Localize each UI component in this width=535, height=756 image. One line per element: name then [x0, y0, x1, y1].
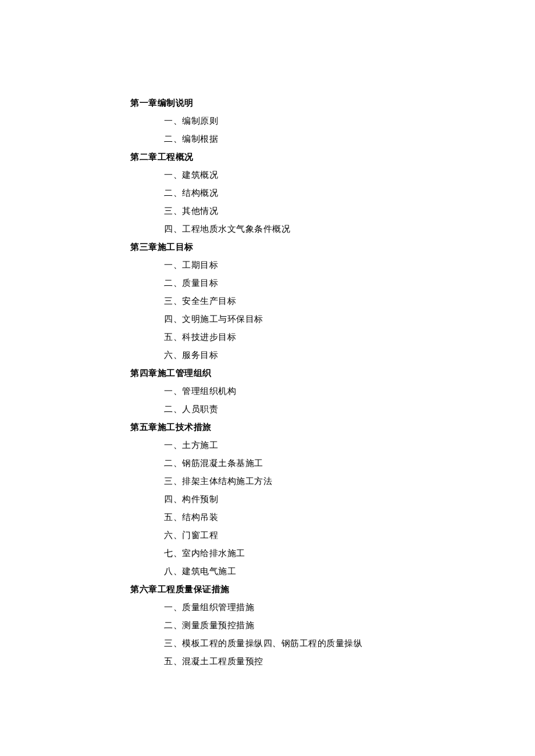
toc-item: 五、科技进步目标 [130, 328, 535, 346]
toc-item: 一、土方施工 [130, 436, 535, 454]
chapter-title: 第五章施工技术措旅 [130, 418, 535, 436]
toc-item: 三、排架主体结构施工方法 [130, 472, 535, 490]
toc-item: 五、结构吊装 [130, 508, 535, 526]
toc-item: 二、结构概况 [130, 184, 535, 202]
toc-item: 六、服务目标 [130, 346, 535, 364]
toc-item: 二、测量质量预控措施 [130, 617, 535, 635]
toc-item: 四、工程地质水文气象条件概况 [130, 220, 535, 238]
toc-item: 二、人员职责 [130, 400, 535, 418]
toc-item: 三、模板工程的质量操纵四、钢筋工程的质量操纵 [130, 635, 535, 653]
toc-item: 三、其他情况 [130, 202, 535, 220]
toc-item: 二、质量目标 [130, 274, 535, 292]
chapter-1: 第一章编制说明 一、编制原则 二、编制根据 [130, 94, 535, 148]
document-page: 第一章编制说明 一、编制原则 二、编制根据 第二章工程概况 一、建筑概况 二、结… [0, 0, 535, 671]
toc-item: 二、钢筋混凝土条基施工 [130, 454, 535, 472]
chapter-title: 第三章施工目标 [130, 238, 535, 256]
toc-item: 四、构件预制 [130, 490, 535, 508]
chapter-2: 第二章工程概况 一、建筑概况 二、结构概况 三、其他情况 四、工程地质水文气象条… [130, 148, 535, 238]
chapter-title: 第一章编制说明 [130, 94, 535, 112]
toc-item: 一、建筑概况 [130, 166, 535, 184]
chapter-title: 第六章工程质量保证措施 [130, 581, 535, 599]
chapter-4: 第四章施工管理组织 一、管理组织机构 二、人员职责 [130, 364, 535, 418]
toc-item: 八、建筑电气施工 [130, 562, 535, 581]
chapter-3: 第三章施工目标 一、工期目标 二、质量目标 三、安全生产目标 四、文明施工与环保… [130, 238, 535, 364]
toc-item: 一、管理组织机构 [130, 382, 535, 400]
toc-item: 一、编制原则 [130, 112, 535, 130]
toc-item: 一、质量组织管理措施 [130, 599, 535, 617]
toc-item: 四、文明施工与环保目标 [130, 310, 535, 328]
toc-item: 六、门窗工程 [130, 526, 535, 544]
toc-item: 二、编制根据 [130, 130, 535, 148]
toc-item: 七、室内给排水施工 [130, 544, 535, 562]
toc-item: 三、安全生产目标 [130, 292, 535, 310]
toc-item: 五、混凝土工程质量预控 [130, 653, 535, 671]
toc-item: 一、工期目标 [130, 256, 535, 274]
chapter-5: 第五章施工技术措旅 一、土方施工 二、钢筋混凝土条基施工 三、排架主体结构施工方… [130, 418, 535, 581]
chapter-title: 第二章工程概况 [130, 148, 535, 166]
chapter-6: 第六章工程质量保证措施 一、质量组织管理措施 二、测量质量预控措施 三、模板工程… [130, 581, 535, 671]
chapter-title: 第四章施工管理组织 [130, 364, 535, 382]
